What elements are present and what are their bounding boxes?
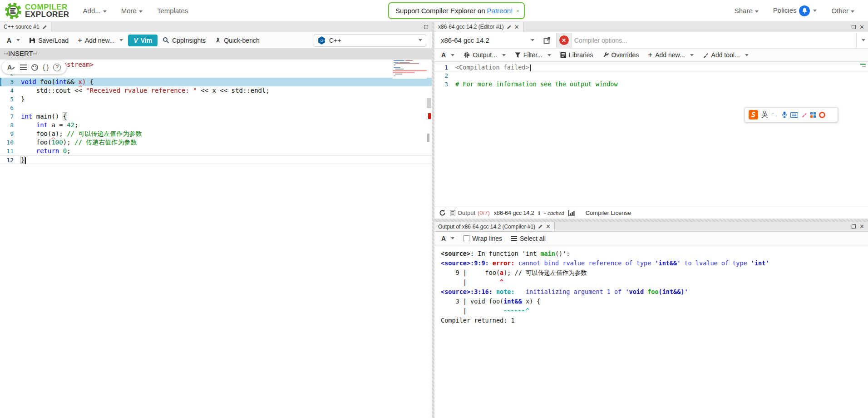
source-code-lines[interactable]: 1#include <iostream>23void foo(int&& x) … [0,60,432,164]
compiler-output-lines[interactable]: 1<Compilation failed>23# For more inform… [434,63,868,89]
source-pane-header: C++ source #1 [0,22,432,32]
rename-pencil-icon[interactable] [42,25,47,30]
compiler-pane: x86-64 gcc 14.2 (Editor #1) ✕ ✕ x86-64 g… [434,22,868,418]
font-size-button[interactable]: A [3,35,24,46]
output-counter[interactable]: Output (0/7) [450,209,490,216]
close-icon[interactable]: ✕ [859,25,864,29]
chevron-down-icon [851,10,854,13]
microphone-icon[interactable] [782,111,787,118]
chevron-down-icon [745,54,749,56]
vim-toggle-button[interactable]: VVim [128,35,158,46]
info-icon[interactable]: i [538,209,540,217]
apps-grid-icon[interactable] [810,112,816,118]
save-load-button[interactable]: Save/Load [25,35,73,46]
code-line[interactable]: 8 int a = 42; [0,121,432,129]
code-line[interactable]: 11 return 0; [0,147,432,155]
options-dropdown-toggle[interactable] [856,33,868,48]
diagnostics-lines[interactable]: <source>: In function 'int main()':<sour… [441,249,868,325]
close-icon[interactable]: ✕ [514,25,519,29]
patreon-banner: Support Compiler Explorer on Patreon! × [388,2,525,19]
palette-icon[interactable] [31,64,38,71]
rocket-icon [215,37,221,44]
compiler-output-editor[interactable]: 1<Compilation failed>23# For more inform… [434,62,868,207]
menu-more[interactable]: More [121,7,143,15]
scrollbar-slider[interactable] [427,98,431,108]
keyboard-icon[interactable] [790,112,798,118]
add-tool-button[interactable]: Add tool... [699,49,753,61]
code-line[interactable]: 2 [434,71,868,80]
banner-close-icon[interactable]: × [516,8,519,14]
output-tab[interactable]: Output of x86-64 gcc 14.2 (Compiler #1) … [434,222,555,231]
close-icon[interactable]: ✕ [546,224,551,229]
compiler-select[interactable]: x86-64 gcc 14.2 [437,34,538,47]
translate-popup[interactable]: A { } ? [2,60,66,74]
code-line[interactable]: 5} [0,95,432,104]
menu-other[interactable]: Other [831,7,854,15]
ime-punct-toggle[interactable]: ’， [771,111,779,118]
maximize-icon[interactable] [852,25,856,29]
rename-pencil-icon[interactable] [507,25,512,30]
output-menu-button[interactable]: Output... [459,49,510,61]
sogou-logo-icon[interactable]: S [749,110,758,119]
compiler-tab[interactable]: x86-64 gcc 14.2 (Editor #1) ✕ [434,22,523,32]
code-line[interactable]: 3# For more information see the output w… [434,80,868,89]
code-line[interactable]: 7int main() { [0,112,432,121]
language-select[interactable]: C++ C++ [314,34,426,47]
wrap-lines-toggle[interactable]: Wrap lines [459,233,506,244]
compiler-explorer-logo[interactable]: COMPILER EXPLORER [0,2,76,20]
mode-circle-icon[interactable] [819,112,825,118]
compile-failed-icon: ✕ [559,35,569,45]
menu-templates[interactable]: Templates [157,7,188,15]
filter-menu-button[interactable]: Filter... [511,49,555,61]
quick-bench-button[interactable]: Quick-bench [211,35,264,46]
translate-icon[interactable]: A [7,64,15,71]
minimap[interactable] [393,60,427,79]
select-all-button[interactable]: Select all [507,233,550,244]
compiler-license-link[interactable]: Compiler License [586,209,631,216]
toolbox-icon[interactable] [801,112,807,118]
braces-icon[interactable]: { } [43,64,49,71]
patreon-link[interactable]: Patreon! [487,7,513,15]
code-line[interactable]: 12} [0,155,432,164]
add-new-button[interactable]: +Add new... [74,34,127,47]
code-line[interactable]: 9 foo(a); // 可以传递左值作为参数 [0,129,432,138]
mini-scroll-mark [860,64,866,65]
menu-add[interactable]: Add... [83,7,107,15]
sogou-ime-bar[interactable]: S 英 ’， [745,107,838,122]
chevron-down-icon [16,39,20,41]
popout-icon[interactable] [541,37,553,44]
cppinsights-button[interactable]: CppInsights [158,35,210,46]
compiler-options-input[interactable] [574,33,853,48]
source-code-editor[interactable]: 1#include <iostream>23void foo(int&& x) … [0,60,432,418]
menu-share[interactable]: Share [735,7,759,15]
compiler-diagnostics-output[interactable]: <source>: In function 'int main()':<sour… [434,245,868,418]
code-line[interactable]: 4 std::cout << "Received rvalue referenc… [0,86,432,95]
floppy-icon [29,37,35,44]
maximize-icon[interactable] [424,25,428,29]
compiler-select-row: x86-64 gcc 14.2 ✕ [434,32,868,49]
chevron-down-icon [862,39,865,41]
rename-pencil-icon[interactable] [538,224,543,229]
chevron-down-icon [419,39,422,41]
status-compiler-name: x86-64 gcc 14.2 [494,210,534,216]
ime-language-toggle[interactable]: 英 [761,110,768,119]
code-line[interactable]: 3void foo(int&& x) { [0,78,432,86]
overrides-button[interactable]: Overrides [598,49,643,61]
libraries-button[interactable]: Libraries [556,49,597,61]
maximize-icon[interactable] [852,224,856,229]
code-line[interactable]: 10 foo(100); // 传递右值作为参数 [0,138,432,147]
font-size-button[interactable]: A [437,233,459,244]
add-new-button[interactable]: +Add new... [644,48,697,62]
refresh-icon[interactable] [439,209,446,216]
font-size-button[interactable]: A [437,49,459,61]
code-line[interactable]: 1<Compilation failed> [434,63,868,71]
source-tab[interactable]: C++ source #1 [0,22,51,32]
help-icon[interactable]: ? [53,64,61,71]
code-line[interactable]: 6 [0,104,432,112]
menu-policies[interactable]: Policies [773,5,817,16]
close-icon[interactable]: ✕ [859,224,864,229]
chart-icon[interactable] [568,210,575,216]
diagnostic-line: <source>:3:16: note: initializing argume… [441,287,868,297]
list-icon[interactable] [20,65,27,70]
pane-splitter-horizontal[interactable] [434,219,868,222]
